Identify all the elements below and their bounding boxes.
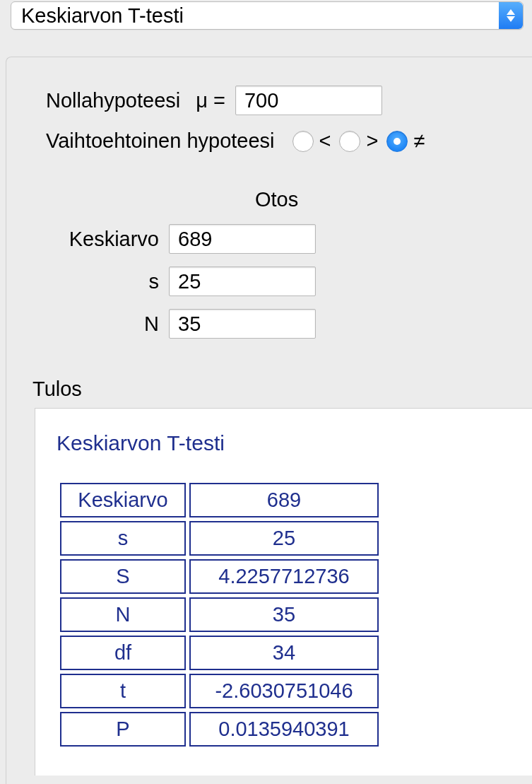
radio-icon [386,131,408,152]
alt-hypothesis-row: Vaihtoehtoinen hypoteesi < > ≠ [6,129,532,153]
mean-label: Keskiarvo [20,228,169,251]
mu-input[interactable] [235,86,382,115]
n-input[interactable] [169,309,316,339]
result-table: Keskiarvo689s25S4.2257712736N35df34t-2.6… [57,479,382,750]
sample-section-title: Otos [255,188,532,211]
table-row: t-2.6030751046 [60,674,379,708]
s-input[interactable] [169,267,316,296]
radio-icon [339,131,360,152]
result-title: Keskiarvon T-testi [57,431,532,455]
result-key: df [60,636,186,670]
result-key: s [60,521,186,556]
table-row: N35 [60,597,379,632]
result-value: 35 [189,597,379,632]
alt-hypothesis-options: < > ≠ [292,129,425,153]
mean-input[interactable] [169,224,316,254]
table-row: S4.2257712736 [60,559,379,594]
null-hypothesis-label: Nollahypoteesi [46,89,180,112]
result-value: 34 [189,636,379,670]
s-label: s [20,270,169,293]
radio-label-ne: ≠ [413,129,425,153]
svg-marker-1 [507,16,515,22]
result-key: t [60,674,186,708]
result-value: -2.6030751046 [189,674,379,708]
result-box: Keskiarvon T-testi Keskiarvo689s25S4.225… [35,408,532,776]
result-value: 4.2257712736 [189,559,379,594]
result-value: 25 [189,521,379,556]
result-value: 689 [189,483,379,517]
dropdown-arrows-icon [499,2,523,29]
result-key: P [60,712,186,747]
radio-label-lt: < [319,129,331,153]
table-row: df34 [60,636,379,670]
alt-hypothesis-label: Vaihtoehtoinen hypoteesi [46,129,275,153]
null-hypothesis-row: Nollahypoteesi μ = [6,86,532,115]
dropdown-selected-label: Keskiarvon T-testi [11,6,194,26]
test-type-dropdown[interactable]: Keskiarvon T-testi [11,1,524,30]
table-row: Keskiarvo689 [60,483,379,517]
result-key: N [60,597,186,632]
radio-not-equal[interactable]: ≠ [386,129,425,153]
radio-icon [292,131,314,152]
main-panel: Nollahypoteesi μ = Vaihtoehtoinen hypote… [6,57,532,784]
mu-symbol: μ = [196,89,225,112]
result-value: 0.0135940391 [189,712,379,747]
table-row: P0.0135940391 [60,712,379,747]
radio-less-than[interactable]: < [292,129,331,153]
radio-greater-than[interactable]: > [339,129,378,153]
table-row: s25 [60,521,379,556]
result-key: Keskiarvo [60,483,186,517]
result-section-label: Tulos [32,378,532,401]
result-key: S [60,559,186,594]
radio-label-gt: > [366,129,378,153]
n-label: N [20,312,169,336]
svg-marker-0 [507,9,515,15]
sample-input-grid: Keskiarvo s N [20,224,532,339]
